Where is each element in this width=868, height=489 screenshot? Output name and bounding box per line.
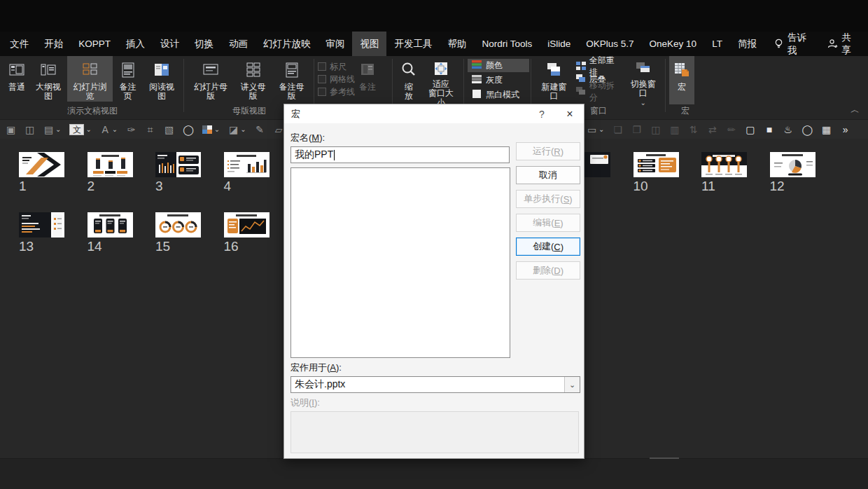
dialog-title-bar[interactable]: 宏 ? × (284, 104, 584, 123)
checkbox-icon (318, 75, 326, 83)
stamp-icon[interactable]: ▣ (6, 125, 16, 135)
menu-tab-视图[interactable]: 视图 (352, 32, 386, 56)
slide-thumbnail-4[interactable]: 4 (224, 152, 270, 193)
send-backward-icon[interactable]: ❐ (631, 125, 642, 135)
menu-tab-简报[interactable]: 简报 (730, 32, 764, 56)
menu-tab-开始[interactable]: 开始 (36, 32, 71, 56)
fill-color-icon[interactable]: ◪⌄ (228, 125, 246, 135)
selection-frame-icon[interactable]: ▢ (745, 125, 755, 135)
menu-tab-iSlide[interactable]: iSlide (540, 32, 578, 56)
align-objects-icon[interactable]: ◫ (650, 125, 661, 135)
slide-thumbnail-15[interactable]: 15 (155, 212, 201, 254)
menu-tab-OKPlus 5.7[interactable]: OKPlus 5.7 (578, 32, 641, 56)
macros-button[interactable]: 宏 (669, 56, 694, 104)
font-icon[interactable]: A⌄ (100, 125, 118, 135)
color-mode-button[interactable]: 颜色 (468, 59, 529, 72)
oval-shape-icon[interactable]: ◯ (183, 125, 194, 135)
slide-number: 11 (701, 179, 747, 193)
notes-master-button[interactable]: 备注母版 (272, 56, 311, 102)
circle-icon[interactable]: ◯ (802, 125, 813, 135)
slide-thumbnail-13[interactable]: 13 (19, 212, 64, 254)
menu-tab-动画[interactable]: 动画 (221, 32, 255, 56)
menu-tab-KOPPT[interactable]: KOPPT (71, 32, 118, 56)
help-icon[interactable]: ? (528, 109, 556, 120)
format-painter-icon[interactable]: ✏ (726, 125, 736, 135)
reading-view-button[interactable]: 阅读视图 (143, 56, 181, 102)
menu-tab-幻灯片放映[interactable]: 幻灯片放映 (255, 32, 318, 56)
handout-master-button[interactable]: 讲义母版 (234, 56, 272, 102)
distribute-icon[interactable]: ▥ (669, 125, 680, 135)
menu-tab-插入[interactable]: 插入 (118, 32, 153, 56)
edit-button[interactable]: 编辑(E) (516, 214, 580, 232)
pen-icon[interactable]: ✎ (255, 125, 265, 135)
genie-icon[interactable]: ♨ (783, 125, 793, 135)
slide-master-icon (202, 60, 220, 81)
notes-button[interactable]: 备注 (355, 56, 380, 102)
guides-checkbox[interactable]: 参考线 (318, 87, 355, 97)
share-button[interactable]: 共享 (818, 32, 868, 56)
collapse-ribbon-icon[interactable]: ︿ (850, 104, 860, 116)
slide-thumbnail-2[interactable]: 2 (88, 152, 133, 193)
tell-me-button[interactable]: 告诉我 (764, 32, 818, 56)
crop-icon[interactable]: ⌗ (145, 125, 155, 135)
ruler-checkbox[interactable]: 标尺 (318, 62, 355, 71)
slide-sorter-button[interactable]: 幻灯片浏览 (67, 56, 113, 102)
delete-button[interactable]: 删除(D) (516, 261, 580, 280)
rectangle-icon[interactable]: ▭⌄ (587, 125, 604, 135)
macro-in-value: 朱会计.pptx (291, 378, 564, 391)
description-textarea[interactable] (290, 411, 579, 453)
menu-tab-文件[interactable]: 文件 (2, 32, 36, 56)
white-square-icon[interactable]: ■ (764, 125, 774, 135)
bring-forward-icon[interactable]: ❏ (612, 125, 623, 135)
dialog-title: 宏 (284, 108, 528, 120)
close-icon[interactable]: × (556, 108, 584, 120)
macro-in-combobox[interactable]: 朱会计.pptx ⌄ (290, 376, 580, 393)
gridlines-checkbox[interactable]: 网格线 (318, 74, 355, 84)
theme-colors-icon[interactable]: ⌄ (202, 125, 220, 134)
step-into-button[interactable]: 单步执行(S) (516, 190, 580, 208)
picture-icon[interactable]: ▦ (821, 125, 832, 135)
menu-tab-切换[interactable]: 切换 (187, 32, 221, 56)
notes-page-button[interactable]: 备注页 (113, 56, 143, 102)
fit-to-window-button[interactable]: 适应 窗口大小 (421, 56, 461, 102)
slide-thumbnail-12[interactable]: 12 (770, 152, 816, 193)
change-picture-icon[interactable]: ▧ (164, 125, 174, 135)
switch-windows-button[interactable]: 切换窗口 ⌄ (624, 56, 662, 102)
font-style-icon[interactable]: 文⌄ (69, 124, 91, 135)
slide-thumbnail-14[interactable]: 14 (88, 212, 133, 254)
create-button[interactable]: 创建(C) (516, 237, 580, 256)
menu-tab-帮助[interactable]: 帮助 (440, 32, 474, 56)
slide-thumbnail-10[interactable]: 10 (634, 152, 679, 193)
macro-name-input[interactable]: 我的PPT (290, 146, 510, 163)
menu-tab-审阅[interactable]: 审阅 (318, 32, 352, 56)
eyedropper-icon[interactable]: ✑ (126, 125, 136, 135)
slide-thumbnail-11[interactable]: 11 (701, 152, 747, 193)
shape-outline-icon[interactable]: ▱ (274, 125, 284, 135)
zoom-button[interactable]: 缩 放 (396, 56, 421, 102)
macro-list[interactable] (290, 167, 510, 358)
menu-tab-LT[interactable]: LT (704, 32, 730, 56)
outline-view-button[interactable]: 大纲视图 (29, 56, 67, 102)
size-handles-icon[interactable]: ◫ (24, 125, 35, 135)
menu-tab-设计[interactable]: 设计 (153, 32, 187, 56)
rotate-up-icon[interactable]: ⇅ (688, 125, 699, 135)
slide-thumbnail-1[interactable]: 1 (19, 152, 64, 193)
cancel-button[interactable]: 取消 (516, 166, 580, 184)
arrange-all-button[interactable]: 全部重排 (576, 61, 620, 72)
new-window-button[interactable]: 新建窗口 (535, 56, 573, 102)
menu-tab-OneKey 10[interactable]: OneKey 10 (642, 32, 705, 56)
more-tools-icon[interactable]: » (840, 125, 850, 135)
slide-thumbnail-3[interactable]: 3 (155, 152, 201, 193)
rotate-down-icon[interactable]: ⇄ (707, 125, 718, 135)
menu-tab-Nordri Tools[interactable]: Nordri Tools (474, 32, 540, 56)
menu-tab-开发工具[interactable]: 开发工具 (386, 32, 440, 56)
combobox-dropdown-button[interactable]: ⌄ (564, 377, 580, 392)
slide-master-button[interactable]: 幻灯片母版 (188, 56, 234, 102)
run-button[interactable]: 运行(R) (516, 142, 580, 160)
normal-view-button[interactable]: 普通 (4, 56, 29, 102)
black-white-button[interactable]: 黑白模式 (468, 88, 529, 102)
slide-thumbnail-16[interactable]: 16 (224, 212, 270, 254)
grayscale-button[interactable]: 灰度 (468, 74, 529, 87)
move-split-button[interactable]: 移动拆分 (576, 86, 620, 97)
text-box-icon[interactable]: ▤⌄ (43, 125, 61, 135)
